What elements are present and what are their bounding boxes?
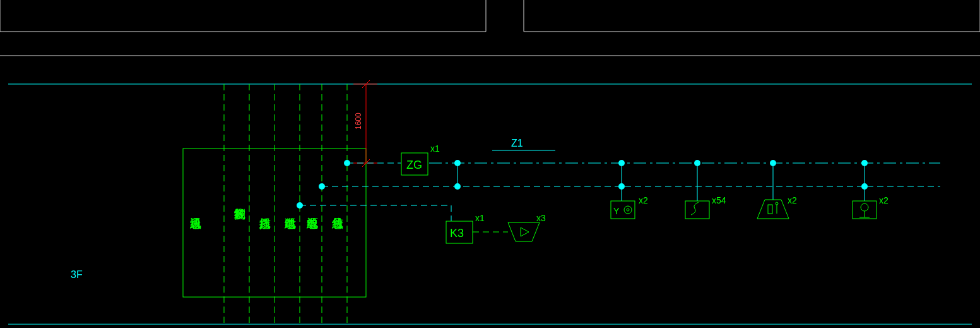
svg-text:x2: x2: [788, 195, 797, 205]
svg-point-19: [297, 202, 303, 209]
svg-rect-51: [768, 205, 772, 214]
bus-label-broadcast: 广播总线: [259, 218, 271, 230]
dimension-1600: 1600: [353, 80, 377, 167]
svg-marker-50: [757, 200, 789, 219]
svg-point-14: [344, 160, 350, 166]
svg-text:ZG: ZG: [406, 159, 422, 171]
device-zg: ZG x1: [401, 143, 461, 190]
svg-text:Z1: Z1: [511, 138, 523, 149]
svg-text:x2: x2: [639, 195, 648, 205]
bus-label-multi-ctrl: 多线控制线: [234, 209, 245, 220]
bus-risers: [224, 84, 347, 324]
svg-point-59: [861, 203, 868, 211]
svg-text:x3: x3: [536, 213, 546, 223]
svg-marker-34: [508, 222, 540, 241]
title-block-frame: [0, 0, 980, 56]
device-detector: x54: [685, 160, 726, 219]
svg-rect-46: [685, 201, 709, 219]
device-hydrant: x2: [853, 160, 888, 219]
bus-label-power: 电源总线: [307, 217, 319, 229]
svg-point-53: [776, 202, 778, 205]
bus-label-signal: 信号总线: [332, 217, 344, 229]
device-k3: K3 x1: [446, 213, 485, 243]
svg-text:Y: Y: [613, 206, 620, 216]
device-manual: x2: [757, 160, 797, 219]
svg-point-17: [319, 183, 325, 190]
svg-point-29: [454, 183, 461, 190]
svg-text:x2: x2: [879, 195, 888, 205]
svg-text:x54: x54: [712, 195, 726, 205]
svg-text:x1: x1: [430, 143, 440, 154]
svg-text:K3: K3: [450, 227, 464, 240]
floor-label: 3F: [71, 269, 83, 280]
device-alarm: Y x2: [611, 160, 648, 219]
bus-label-phone: 电话总线: [285, 218, 297, 229]
svg-point-41: [624, 206, 632, 214]
cad-diagram: 3F 通讯总线 多线控制线 广播总线 电话总线 电源总线 信号总线 1600: [0, 0, 980, 328]
zone-label: Z1: [492, 138, 555, 150]
svg-text:1600: 1600: [354, 112, 363, 130]
distribution-lines: [275, 160, 940, 221]
bus-label-comm: 通讯总线: [190, 218, 202, 229]
svg-text:x1: x1: [475, 213, 485, 223]
svg-point-42: [627, 209, 629, 211]
